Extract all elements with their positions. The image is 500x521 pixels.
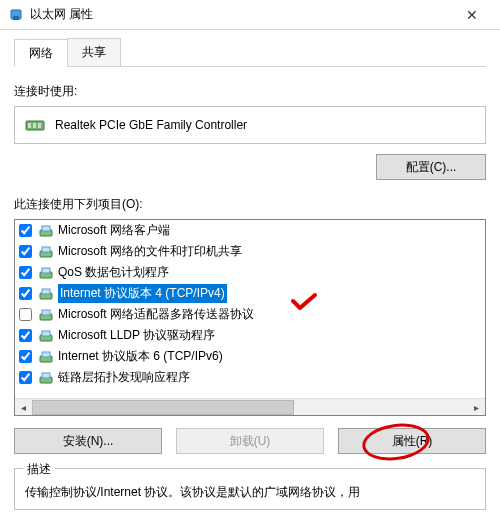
configure-button[interactable]: 配置(C)... [376,154,486,180]
item-checkbox[interactable] [19,308,32,321]
scroll-left-arrow[interactable]: ◂ [15,399,32,416]
svg-rect-4 [33,123,36,128]
item-checkbox[interactable] [19,266,32,279]
horizontal-scrollbar[interactable]: ◂ ▸ [15,398,485,415]
svg-rect-9 [42,247,50,252]
svg-rect-7 [42,226,50,231]
svg-rect-13 [42,289,50,294]
adapter-name: Realtek PCIe GbE Family Controller [55,118,247,132]
item-checkbox[interactable] [19,350,32,363]
install-button[interactable]: 安装(N)... [14,428,162,454]
list-item[interactable]: Internet 协议版本 6 (TCP/IPv6) [15,346,485,367]
uninstall-button[interactable]: 卸载(U) [176,428,324,454]
protocol-icon [38,370,54,386]
list-item[interactable]: QoS 数据包计划程序 [15,262,485,283]
button-row: 安装(N)... 卸载(U) 属性(R) [14,428,486,454]
protocol-icon [38,223,54,239]
scroll-right-arrow[interactable]: ▸ [468,399,485,416]
properties-button[interactable]: 属性(R) [338,428,486,454]
description-group: 描述 传输控制协议/Internet 协议。该协议是默认的广域网络协议，用 [14,468,486,510]
svg-rect-1 [13,16,19,20]
item-label: Internet 协议版本 4 (TCP/IPv4) [58,284,227,303]
svg-rect-19 [42,352,50,357]
item-checkbox[interactable] [19,371,32,384]
titlebar: 以太网 属性 ✕ [0,0,500,30]
list-item[interactable]: Microsoft LLDP 协议驱动程序 [15,325,485,346]
components-listbox[interactable]: Microsoft 网络客户端Microsoft 网络的文件和打印机共享QoS … [14,219,486,416]
svg-rect-5 [38,123,41,128]
item-label: Microsoft 网络的文件和打印机共享 [58,243,242,260]
adapter-box: Realtek PCIe GbE Family Controller [14,106,486,144]
item-checkbox[interactable] [19,224,32,237]
ethernet-icon [8,7,24,23]
item-label: Microsoft 网络适配器多路传送器协议 [58,306,254,323]
svg-rect-15 [42,310,50,315]
svg-rect-3 [28,123,31,128]
protocol-icon [38,244,54,260]
close-button[interactable]: ✕ [452,1,492,29]
connect-using-label: 连接时使用: [14,83,486,100]
item-label: Microsoft LLDP 协议驱动程序 [58,327,215,344]
item-checkbox[interactable] [19,245,32,258]
svg-rect-21 [42,373,50,378]
list-item[interactable]: Microsoft 网络客户端 [15,220,485,241]
svg-rect-17 [42,331,50,336]
item-label: QoS 数据包计划程序 [58,264,169,281]
list-item[interactable]: Microsoft 网络适配器多路传送器协议 [15,304,485,325]
adapter-icon [25,117,45,133]
items-label: 此连接使用下列项目(O): [14,196,486,213]
tab-network[interactable]: 网络 [14,39,68,67]
item-label: Internet 协议版本 6 (TCP/IPv6) [58,348,223,365]
content-area: 网络 共享 连接时使用: Realtek PCIe GbE Family Con… [0,30,500,510]
protocol-icon [38,265,54,281]
item-label: Microsoft 网络客户端 [58,222,170,239]
item-checkbox[interactable] [19,287,32,300]
protocol-icon [38,328,54,344]
svg-rect-11 [42,268,50,273]
item-checkbox[interactable] [19,329,32,342]
description-title: 描述 [23,461,55,478]
list-item[interactable]: Microsoft 网络的文件和打印机共享 [15,241,485,262]
window-title: 以太网 属性 [30,6,452,23]
tab-strip: 网络 共享 [14,38,486,67]
protocol-icon [38,307,54,323]
list-item[interactable]: 链路层拓扑发现响应程序 [15,367,485,388]
tab-sharing[interactable]: 共享 [67,38,121,66]
protocol-icon [38,286,54,302]
item-label: 链路层拓扑发现响应程序 [58,369,190,386]
configure-row: 配置(C)... [14,154,486,180]
scroll-thumb[interactable] [32,400,294,415]
protocol-icon [38,349,54,365]
description-text: 传输控制协议/Internet 协议。该协议是默认的广域网络协议，用 [25,483,475,501]
scroll-track[interactable] [32,399,468,416]
list-item[interactable]: Internet 协议版本 4 (TCP/IPv4) [15,283,485,304]
